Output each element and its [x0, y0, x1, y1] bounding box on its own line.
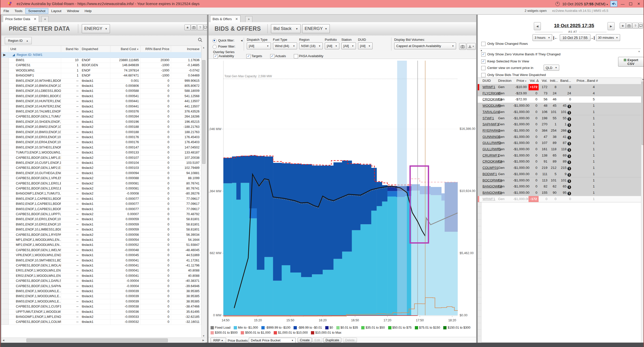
chart-camera-icon[interactable]: [459, 43, 466, 50]
bid-row-taralga1-4[interactable]: TARALGA1Gen-$1,000.000106101101$1: [478, 109, 641, 115]
menu-tools[interactable]: Tools: [12, 8, 25, 14]
row-handle[interactable]: [1, 248, 9, 253]
column-header-direction[interactable]: Direction: [497, 78, 512, 84]
row-handle[interactable]: [1, 68, 9, 73]
table-row[interactable]: BW01,ENOF,10,HUNTER2,ENO...--tbslack10.0…: [1, 104, 201, 109]
option-checkbox-1[interactable]: ✓: [481, 52, 486, 57]
close-button[interactable]: ×: [636, 1, 641, 7]
edit-bucket-button[interactable]: Edit: [312, 338, 322, 342]
bid-row-bocorwf1-15[interactable]: BOCORWF1Gen-$1,000.000113101101$1: [478, 177, 641, 184]
column-header-initi-[interactable]: Initi...: [549, 78, 558, 84]
table-row[interactable]: BW01,ENOF,10,LDBESS1,BDOF...--tbslack10.…: [1, 88, 201, 94]
bid-row-bodwf1-14[interactable]: BODWF1Gen-$1,000.00011159$1: [478, 171, 641, 178]
table-row[interactable]: ER01,ENOF,1,WOODLWN1,EN...--tbslack10.00…: [1, 268, 201, 273]
row-handle[interactable]: [1, 263, 9, 268]
table-row[interactable]: CAPBES1,BDOF,GEN,1,TUMUT...--tbslack20.0…: [1, 114, 201, 119]
power-filter-radio[interactable]: [213, 45, 217, 49]
table-row[interactable]: BW01,ENOF,10,CUSF1,ENOF,10--tbslack10.00…: [1, 160, 201, 166]
row-handle[interactable]: [1, 242, 9, 247]
column-header-band-[interactable]: Band #: [586, 78, 596, 84]
table-row[interactable]: BW02,ENOF,1,CAPBES1,BDOF,...--tbslack10.…: [1, 201, 201, 207]
row-handle[interactable]: [1, 299, 9, 304]
bid-row-woodlwn-3[interactable]: WOODLWNGen-$1,000.000484545$1: [478, 103, 641, 109]
table-row[interactable]: BW01,ENOF,10,SITHE01,ENOF,...--tbslack10…: [1, 145, 201, 150]
jump-end-icon[interactable]: →|: [590, 35, 595, 40]
row-handle[interactable]: [1, 278, 9, 283]
table-row[interactable]: CAPBES1,BDOF,GEN,1,RYEPAR...--tbslack20.…: [1, 232, 201, 238]
region-dropdown[interactable]: QLD▼: [544, 65, 559, 71]
row-handle[interactable]: [1, 207, 9, 212]
row-handle[interactable]: [1, 222, 9, 227]
column-header-increase[interactable]: Increase: [171, 46, 201, 52]
row-handle[interactable]: [1, 119, 9, 124]
row-handle[interactable]: [1, 78, 9, 83]
duplicate-bucket-button[interactable]: Duplicate: [323, 338, 341, 342]
option-checkbox-2[interactable]: ✓: [481, 59, 486, 64]
table-row[interactable]: TUMUT3,ENOF,1,WOODLWN1...--tbslack10.000…: [1, 150, 201, 155]
help-icon[interactable]: ?: [632, 23, 638, 29]
table-row[interactable]: CAPBES1,BDOF,GEN,1,UPPTU...--tbslack20.0…: [1, 212, 201, 217]
tab-bids-offers[interactable]: Bids & Offers✕: [210, 15, 240, 22]
camera-icon[interactable]: [191, 24, 197, 30]
search-icon[interactable]: [198, 37, 203, 43]
row-handle[interactable]: [1, 289, 9, 294]
interval-length-dropdown[interactable]: 30 minutes▼: [596, 34, 620, 41]
row-handle[interactable]: [1, 104, 9, 109]
row-handle[interactable]: [1, 217, 9, 222]
row-handle[interactable]: [1, 165, 9, 170]
table-row[interactable]: CAPBES1,BDOF,GEN,1,VP6,EN...--tbslack20.…: [1, 176, 201, 181]
filter-dropdown-duid[interactable]: [All]▼: [358, 43, 373, 49]
bid-row-crookwf3-2[interactable]: CROOKWF3Gen-$72.000564605: [478, 96, 641, 103]
table-row[interactable]: MP2,ENOF,1,WOODLWN1,EN...--tbslack10.000…: [1, 242, 201, 248]
row-handle[interactable]: [1, 186, 9, 191]
menu-file[interactable]: File: [1, 8, 12, 14]
overlay-checkbox-actuals[interactable]: ✓: [270, 54, 274, 58]
column-header-vol-[interactable]: Vol.: [539, 78, 549, 84]
row-handle[interactable]: [1, 99, 9, 104]
bid-row-gullrwf1-10[interactable]: GULLRWF1Gen-$1,000.000161118118$1: [478, 146, 641, 153]
row-handle[interactable]: [1, 181, 9, 186]
menu-window[interactable]: Window: [64, 8, 82, 14]
table-row[interactable]: BW01,ENOF,10,SMTHBES1,BD...--tbslack10.0…: [1, 258, 201, 263]
bid-table-vscrollbar[interactable]: ▲: [641, 78, 644, 342]
table-row[interactable]: BW03,ENOF,1,CAPBES1,BDOF,...--tbslack10.…: [1, 207, 201, 212]
menu-layout[interactable]: Layout: [49, 8, 64, 14]
tab-close-icon[interactable]: ✕: [235, 17, 238, 21]
bid-row-flycrkwf-1[interactable]: FLYCRKWFGen-$23.0007324244: [478, 90, 641, 97]
row-handle[interactable]: [1, 58, 9, 63]
tab-close-icon[interactable]: ✕: [34, 17, 36, 21]
bid-row-stwf1-5[interactable]: STWF1Gen-$1,000.0001985555$1: [478, 115, 641, 122]
menu-screenshot[interactable]: Screenshot: [25, 8, 48, 14]
group-row-nsw1[interactable]: ▶◢ Region ID: NSW1: [1, 52, 201, 58]
column-header-rrn-band-price[interactable]: RRN Band Price: [141, 46, 171, 52]
mute-icon[interactable]: [610, 1, 617, 7]
price-setter-market-dropdown[interactable]: ENERGY▼: [82, 24, 110, 33]
row-handle[interactable]: [1, 160, 9, 165]
overlay-checkbox-availability[interactable]: ✓: [214, 54, 218, 58]
row-handle[interactable]: [1, 63, 9, 68]
bid-row-wrwf1-18[interactable]: WRWF1Gen-$1,000.00-1720001: [478, 196, 641, 203]
table-row[interactable]: BW01,ENOF,10,ER03,ENOF,10--tbslack10.000…: [1, 135, 201, 140]
quick-filter-radio[interactable]: [213, 39, 217, 43]
row-handle[interactable]: [1, 140, 9, 145]
table-row[interactable]: BW01,ENOF,10,HUNTER1,ENO...--tbslack10.0…: [1, 99, 201, 104]
price-setter-vscrollbar[interactable]: ▲ ▼: [201, 46, 206, 338]
table-row[interactable]: BW01,ENOF,10,ER02,ENOF,10--tbslack10.000…: [1, 222, 201, 227]
row-handle[interactable]: [1, 83, 9, 88]
table-row[interactable]: CAPBES1,BDOF,GEN,1,MP1,EN...--tbslack20.…: [1, 155, 201, 161]
table-row[interactable]: CAPBES1,BDOF,GEN,1,CUSF1,E...--tbslack1-…: [1, 304, 201, 309]
row-handle[interactable]: [1, 258, 9, 263]
row-handle[interactable]: [1, 124, 9, 129]
table-row[interactable]: BW0110ENOF23880.111685203001.17636: [1, 58, 201, 63]
tab-price-setter-data[interactable]: Price Setter Data✕: [3, 15, 39, 22]
row-handle[interactable]: [1, 150, 9, 155]
table-row[interactable]: CAPBES11BDOF,GEN146.849839-1000-0.14685: [1, 63, 201, 68]
table-row[interactable]: BW01,ENOF,10,GUTHEGA,ENO...--tbslack10.0…: [1, 171, 201, 176]
new-tab-button[interactable]: +: [42, 16, 49, 22]
row-handle[interactable]: [1, 94, 9, 99]
row-handle[interactable]: [1, 145, 9, 150]
table-row[interactable]: MP1,ENOF,1,WOODLWN1,EN...--tbslack10.000…: [1, 237, 201, 243]
display-bid-volumes-dropdown[interactable]: Capped at Dispatch Availability▼: [394, 43, 456, 49]
table-row[interactable]: BW01,ENOF,10,BW02,ENOF,10--tbslack2-0.00…: [1, 124, 201, 130]
new-tab-button[interactable]: +: [245, 16, 252, 22]
